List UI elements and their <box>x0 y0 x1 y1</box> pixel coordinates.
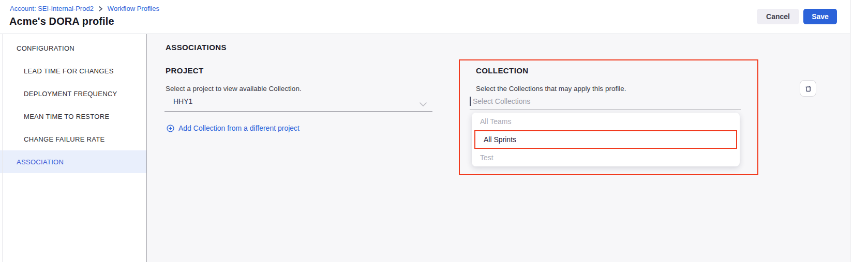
project-heading: PROJECT <box>166 66 204 75</box>
profile-sections-sidebar: CONFIGURATION LEAD TIME FOR CHANGES DEPL… <box>0 34 147 262</box>
workflow-profile-page: Account: SEI-Internal-Prod2 Workflow Pro… <box>0 0 868 262</box>
sidebar-item-lead-time-for-changes[interactable]: LEAD TIME FOR CHANGES <box>0 59 146 82</box>
chevron-down-icon[interactable] <box>420 100 427 109</box>
sidebar-item-association[interactable]: ASSOCIATION <box>0 150 146 173</box>
delete-association-button[interactable] <box>800 80 816 97</box>
collection-description: Select the Collections that may apply th… <box>476 85 626 93</box>
collections-search-input[interactable] <box>473 96 680 107</box>
collection-input-underline <box>470 110 741 110</box>
chevron-right-icon <box>98 6 103 11</box>
left-edge-divider <box>2 34 3 262</box>
main-column: Account: SEI-Internal-Prod2 Workflow Pro… <box>0 0 850 262</box>
page-header: Account: SEI-Internal-Prod2 Workflow Pro… <box>0 0 850 34</box>
add-collection-link-label: Add Collection from a different project <box>178 124 300 132</box>
collection-heading: COLLECTION <box>476 66 529 75</box>
sidebar-item-configuration[interactable]: CONFIGURATION <box>0 37 146 59</box>
sidebar-item-change-failure-rate[interactable]: CHANGE FAILURE RATE <box>0 128 146 150</box>
scrollbar-gutter[interactable] <box>850 0 868 262</box>
collection-option-all-sprints[interactable]: All Sprints <box>474 130 737 149</box>
circle-plus-icon <box>167 125 174 132</box>
breadcrumb-workflow-profiles-link[interactable]: Workflow Profiles <box>108 5 159 12</box>
project-select-value[interactable]: HHY1 <box>173 97 192 105</box>
page-body: CONFIGURATION LEAD TIME FOR CHANGES DEPL… <box>0 34 850 262</box>
breadcrumb: Account: SEI-Internal-Prod2 Workflow Pro… <box>10 5 159 12</box>
project-select-underline <box>164 111 432 112</box>
collection-option-all-teams[interactable]: All Teams <box>472 113 740 130</box>
collections-dropdown-menu: All Teams All Sprints Test <box>472 113 740 166</box>
sidebar-item-deployment-frequency[interactable]: DEPLOYMENT FREQUENCY <box>0 82 146 105</box>
cancel-button[interactable]: Cancel <box>757 9 799 24</box>
text-cursor <box>470 97 471 106</box>
page-title: Acme's DORA profile <box>9 16 114 27</box>
associations-panel: ASSOCIATIONS PROJECT Select a project to… <box>147 34 850 262</box>
add-collection-link[interactable]: Add Collection from a different project <box>167 124 300 132</box>
sidebar-item-mean-time-to-restore[interactable]: MEAN TIME TO RESTORE <box>0 105 146 128</box>
project-description: Select a project to view available Colle… <box>166 85 302 93</box>
associations-section-title: ASSOCIATIONS <box>166 43 227 52</box>
breadcrumb-account-link[interactable]: Account: SEI-Internal-Prod2 <box>10 5 94 12</box>
trash-icon <box>804 84 813 93</box>
collection-option-test[interactable]: Test <box>472 149 740 166</box>
save-button[interactable]: Save <box>803 9 837 24</box>
